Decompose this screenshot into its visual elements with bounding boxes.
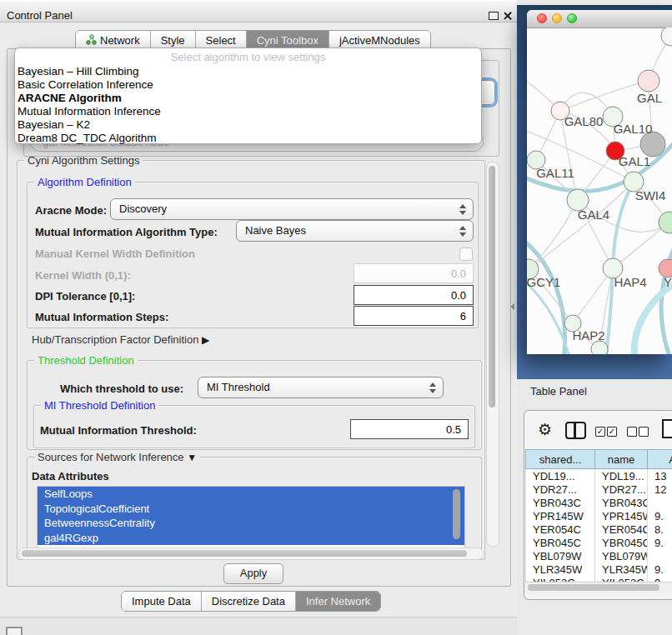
kernel-width-label: Kernel Width (0,1): — [35, 269, 131, 282]
gear-icon[interactable]: ⚙ — [538, 420, 552, 439]
splitter-handle[interactable] — [510, 303, 514, 310]
table-row[interactable]: YPR145WYPR145W9. — [526, 509, 672, 522]
unchecked-box-icon[interactable] — [627, 427, 637, 437]
table-row[interactable]: YDL19...YDL19...13 — [526, 469, 672, 483]
aracne-mode-value: Discovery — [119, 202, 167, 215]
control-panel-title: Control Panel — [7, 9, 73, 22]
mi-steps-label: Mutual Information Steps: — [35, 311, 168, 323]
table-cell: YBL079W — [526, 549, 595, 562]
table-cell — [648, 496, 672, 509]
table-cell: YLR345W — [526, 562, 595, 576]
collapse-down-icon: ▼ — [187, 452, 197, 463]
hub-definition-disclosure[interactable]: Hub/Transcription Factor Definition ▶ — [32, 333, 209, 346]
node-label-gal10: GAL10 — [614, 122, 653, 136]
dropdown-item-aracne-algorithm[interactable]: ARACNE Algorithm — [15, 92, 481, 105]
table-cell: 9 — [648, 576, 672, 582]
mi-steps-field[interactable] — [354, 306, 474, 326]
tab-label: Discretize Data — [212, 595, 285, 608]
table-row[interactable]: YLR345WYLR345W9. — [526, 562, 672, 576]
float-window-icon[interactable] — [489, 12, 499, 20]
mi-threshold-field[interactable] — [350, 419, 469, 439]
manual-kernel-checkbox[interactable] — [459, 248, 473, 261]
dpi-tolerance-label: DPI Tolerance [0,1]: — [35, 290, 135, 302]
settings-vertical-scrollbar[interactable] — [486, 162, 499, 547]
checked-box-icon[interactable]: ✓ — [607, 427, 617, 437]
node-table[interactable]: shared...nameA YDL19...YDL19...13YDR27..… — [525, 449, 672, 582]
table-row[interactable]: YER054CYER054C8. — [526, 522, 672, 536]
table-cell: YBL079W — [595, 549, 648, 562]
dropdown-placeholder: Select algorithm to view settings — [15, 51, 481, 65]
network-node-gal[interactable] — [638, 70, 659, 92]
table-cell: YDR27... — [526, 482, 595, 496]
sources-title[interactable]: Sources for Network Inference ▼ — [34, 451, 200, 463]
hub-definition-label: Hub/Transcription Factor Definition — [32, 333, 198, 346]
checked-box-icon[interactable]: ✓ — [595, 427, 605, 437]
kernel-width-field[interactable] — [354, 263, 474, 283]
mi-type-combo[interactable]: Naive Bayes — [236, 220, 474, 242]
network-view-window[interactable]: GALGAL80GAL10GAL1GAL11SWI4GAL4GCY1HAP4YH… — [527, 10, 672, 354]
table-row[interactable]: YBR043CYBR043C — [526, 496, 672, 509]
zoom-traffic-light-icon[interactable] — [567, 13, 577, 23]
algorithm-dropdown-popup: Select algorithm to view settings Bayesi… — [14, 48, 482, 144]
column-header-a[interactable]: A — [648, 450, 672, 469]
aracne-mode-combo[interactable]: Discovery — [110, 198, 474, 220]
columns-icon[interactable] — [565, 422, 586, 439]
network-canvas[interactable]: GALGAL80GAL10GAL1GAL11SWI4GAL4GCY1HAP4YH… — [527, 28, 672, 354]
node-label-gal11: GAL11 — [536, 166, 574, 180]
algorithm-definition-title: Algorithm Definition — [34, 176, 135, 188]
tab-discretize-data[interactable]: Discretize Data — [202, 592, 296, 611]
settings-horizontal-scrollbar[interactable] — [18, 548, 484, 560]
column-header-shared[interactable]: shared... — [526, 450, 595, 469]
mi-threshold-label: Mutual Information Threshold: — [40, 424, 197, 437]
cyni-mode-tabs: Impute DataDiscretize DataInfer Network — [121, 591, 381, 612]
tab-impute-data[interactable]: Impute Data — [122, 592, 202, 611]
node-label-gcy1: GCY1 — [527, 275, 560, 289]
node-label-gal80: GAL80 — [564, 114, 604, 128]
data-attributes-list[interactable]: SelfLoopsTopologicalCoefficientBetweenne… — [37, 486, 465, 548]
table-row[interactable]: YBR045CYBR045C9. — [526, 536, 672, 549]
apply-button[interactable]: Apply — [223, 563, 283, 584]
which-threshold-combo[interactable]: MI Threshold — [198, 377, 444, 398]
tab-label: Select — [206, 34, 236, 47]
table-row[interactable]: YDR27...YDR27...12 — [526, 482, 672, 496]
dropdown-item-bayesian-hill-climbing[interactable]: Bayesian – Hill Climbing — [15, 65, 481, 78]
table-cell: YDL19... — [526, 469, 595, 483]
dropdown-item-dream8-dc-tdc-algorithm[interactable]: Dream8 DC_TDC Algorithm — [15, 132, 481, 145]
close-icon[interactable] — [503, 11, 513, 21]
dpi-tolerance-field[interactable] — [354, 285, 474, 305]
tab-label: Infer Network — [306, 595, 370, 608]
list-scrollbar-thumb[interactable] — [453, 489, 460, 539]
attribute-item-gal4rgexp[interactable]: gal4RGexp — [38, 531, 464, 546]
dropdown-item-basic-correlation-inference[interactable]: Basic Correlation Inference — [15, 78, 481, 92]
network-node[interactable] — [659, 212, 672, 233]
table-cell: YBR045C — [595, 536, 648, 549]
tab-label: Style — [161, 34, 185, 47]
page-icon[interactable] — [662, 419, 672, 438]
attribute-item-topologicalcoefficient[interactable]: TopologicalCoefficient — [38, 502, 464, 517]
scrollbar-thumb[interactable] — [22, 550, 467, 557]
scrollbar-thumb[interactable] — [528, 584, 659, 591]
dropdown-item-mutual-information-inference[interactable]: Mutual Information Inference — [15, 105, 481, 118]
panel-bottom-strip — [0, 618, 517, 635]
tab-label: Network — [100, 34, 140, 47]
attribute-item-selfloops[interactable]: SelfLoops — [38, 487, 464, 502]
close-traffic-light-icon[interactable] — [537, 13, 547, 23]
network-node[interactable] — [661, 28, 672, 46]
tab-infer-network[interactable]: Infer Network — [296, 592, 380, 611]
tab-label: Impute Data — [132, 595, 191, 608]
collapsed-panel-icon[interactable] — [6, 627, 23, 635]
table-horizontal-scrollbar[interactable] — [525, 582, 672, 593]
column-header-name[interactable]: name — [595, 450, 648, 469]
network-window-titlebar[interactable] — [527, 10, 672, 28]
mi-type-label: Mutual Information Algorithm Type: — [35, 226, 218, 238]
minimize-traffic-light-icon[interactable] — [552, 13, 562, 23]
attribute-item-betweennesscentrality[interactable]: BetweennessCentrality — [38, 516, 464, 531]
network-edge[interactable] — [529, 200, 578, 269]
scrollbar-thumb[interactable] — [489, 166, 495, 408]
which-threshold-label: Which threshold to use: — [60, 382, 183, 395]
network-node[interactable] — [591, 341, 608, 354]
table-row[interactable]: YBL079WYBL079W — [526, 549, 672, 562]
table-row[interactable]: YIL052CYIL052C9 — [526, 576, 672, 582]
unchecked-box-icon[interactable] — [639, 427, 649, 437]
dropdown-item-bayesian-k2[interactable]: Bayesian – K2 — [15, 118, 481, 132]
